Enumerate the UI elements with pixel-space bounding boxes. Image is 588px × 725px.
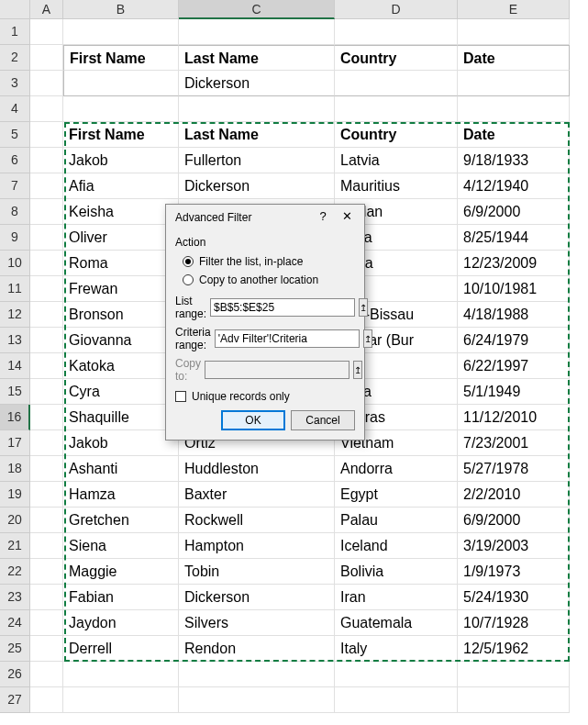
cell-C23[interactable]: Dickerson xyxy=(179,585,335,610)
cell-B1[interactable] xyxy=(63,19,179,45)
cell-A11[interactable] xyxy=(30,276,63,302)
cell-C27[interactable] xyxy=(179,687,335,713)
cell-D25[interactable]: Italy xyxy=(335,636,458,662)
row-header[interactable]: 17 xyxy=(0,430,30,456)
cell-A15[interactable] xyxy=(30,379,63,405)
cell-B4[interactable] xyxy=(63,96,179,122)
cell-C22[interactable]: Tobin xyxy=(179,559,335,585)
row-header[interactable]: 2 xyxy=(0,45,30,71)
radio-copy-location[interactable]: Copy to another location xyxy=(175,271,355,289)
cell-D26[interactable] xyxy=(335,662,458,687)
row-header[interactable]: 5 xyxy=(0,122,30,148)
cell-C24[interactable]: Silvers xyxy=(179,610,335,636)
cell-B24[interactable]: Jaydon xyxy=(63,610,179,636)
cell-E23[interactable]: 5/24/1930 xyxy=(458,585,570,610)
collapse-dialog-icon[interactable]: ↥ xyxy=(353,361,362,379)
cell-E26[interactable] xyxy=(458,662,570,687)
cell-E18[interactable]: 5/27/1978 xyxy=(458,456,570,482)
cell-E27[interactable] xyxy=(458,687,570,713)
row-header[interactable]: 10 xyxy=(0,251,30,276)
cell-D1[interactable] xyxy=(335,19,458,45)
cell-E9[interactable]: 8/25/1944 xyxy=(458,225,570,251)
cell-D20[interactable]: Palau xyxy=(335,508,458,533)
cell-B17[interactable]: Jakob xyxy=(63,430,179,456)
cell-A19[interactable] xyxy=(30,482,63,508)
cell-B6[interactable]: Jakob xyxy=(63,148,179,173)
cell-D2[interactable]: Country xyxy=(335,45,458,71)
cell-A24[interactable] xyxy=(30,610,63,636)
cell-A8[interactable] xyxy=(30,199,63,225)
collapse-dialog-icon[interactable]: ↥ xyxy=(363,329,372,348)
cell-C2[interactable]: Last Name xyxy=(179,45,335,71)
cell-B15[interactable]: Cyra xyxy=(63,379,179,405)
row-header[interactable]: 6 xyxy=(0,148,30,173)
cell-C5[interactable]: Last Name xyxy=(179,122,335,148)
row-header[interactable]: 1 xyxy=(0,19,30,45)
cell-A2[interactable] xyxy=(30,45,63,71)
cell-C19[interactable]: Baxter xyxy=(179,482,335,508)
cell-E15[interactable]: 5/1/1949 xyxy=(458,379,570,405)
cell-D27[interactable] xyxy=(335,687,458,713)
help-button[interactable]: ? xyxy=(311,207,335,228)
dialog-titlebar[interactable]: Advanced Filter ? ✕ xyxy=(166,205,364,230)
cell-B2[interactable]: First Name xyxy=(63,45,179,71)
cell-E4[interactable] xyxy=(458,96,570,122)
select-all-corner[interactable] xyxy=(0,0,30,19)
cell-D5[interactable]: Country xyxy=(335,122,458,148)
cell-D19[interactable]: Egypt xyxy=(335,482,458,508)
row-header[interactable]: 20 xyxy=(0,508,30,533)
cell-B19[interactable]: Hamza xyxy=(63,482,179,508)
cell-A16[interactable] xyxy=(30,405,63,430)
cell-B22[interactable]: Maggie xyxy=(63,559,179,585)
row-header[interactable]: 8 xyxy=(0,199,30,225)
collapse-dialog-icon[interactable]: ↥ xyxy=(359,298,368,317)
cell-B25[interactable]: Derrell xyxy=(63,636,179,662)
row-header[interactable]: 3 xyxy=(0,71,30,96)
cell-E7[interactable]: 4/12/1940 xyxy=(458,173,570,199)
cell-C7[interactable]: Dickerson xyxy=(179,173,335,199)
cell-D3[interactable] xyxy=(335,71,458,96)
row-header[interactable]: 14 xyxy=(0,353,30,379)
cell-C6[interactable]: Fullerton xyxy=(179,148,335,173)
cell-E19[interactable]: 2/2/2010 xyxy=(458,482,570,508)
cell-E20[interactable]: 6/9/2000 xyxy=(458,508,570,533)
cell-B13[interactable]: Giovanna xyxy=(63,328,179,353)
close-button[interactable]: ✕ xyxy=(335,207,359,228)
row-header[interactable]: 9 xyxy=(0,225,30,251)
cell-D6[interactable]: Latvia xyxy=(335,148,458,173)
cell-A18[interactable] xyxy=(30,456,63,482)
cell-E6[interactable]: 9/18/1933 xyxy=(458,148,570,173)
cell-E17[interactable]: 7/23/2001 xyxy=(458,430,570,456)
cell-E1[interactable] xyxy=(458,19,570,45)
column-header-E[interactable]: E xyxy=(458,0,570,19)
cell-E10[interactable]: 12/23/2009 xyxy=(458,251,570,276)
cell-A17[interactable] xyxy=(30,430,63,456)
cell-C1[interactable] xyxy=(179,19,335,45)
cell-B9[interactable]: Oliver xyxy=(63,225,179,251)
cell-E12[interactable]: 4/18/1988 xyxy=(458,302,570,328)
cell-D24[interactable]: Guatemala xyxy=(335,610,458,636)
radio-filter-inplace[interactable]: Filter the list, in-place xyxy=(175,252,355,271)
cell-E5[interactable]: Date xyxy=(458,122,570,148)
cell-C21[interactable]: Hampton xyxy=(179,533,335,559)
cell-C20[interactable]: Rockwell xyxy=(179,508,335,533)
cell-B18[interactable]: Ashanti xyxy=(63,456,179,482)
ok-button[interactable]: OK xyxy=(221,410,285,430)
cell-C18[interactable]: Huddleston xyxy=(179,456,335,482)
column-header-B[interactable]: B xyxy=(63,0,179,19)
cell-B16[interactable]: Shaquille xyxy=(63,405,179,430)
cell-A23[interactable] xyxy=(30,585,63,610)
cell-E11[interactable]: 10/10/1981 xyxy=(458,276,570,302)
cell-E13[interactable]: 6/24/1979 xyxy=(458,328,570,353)
cell-C26[interactable] xyxy=(179,662,335,687)
cell-D22[interactable]: Bolivia xyxy=(335,559,458,585)
cell-C3[interactable]: Dickerson xyxy=(179,71,335,96)
cell-A9[interactable] xyxy=(30,225,63,251)
cell-B8[interactable]: Keisha xyxy=(63,199,179,225)
row-header[interactable]: 4 xyxy=(0,96,30,122)
cell-D4[interactable] xyxy=(335,96,458,122)
cell-E16[interactable]: 11/12/2010 xyxy=(458,405,570,430)
cell-C25[interactable]: Rendon xyxy=(179,636,335,662)
cell-B5[interactable]: First Name xyxy=(63,122,179,148)
column-header-A[interactable]: A xyxy=(30,0,63,19)
